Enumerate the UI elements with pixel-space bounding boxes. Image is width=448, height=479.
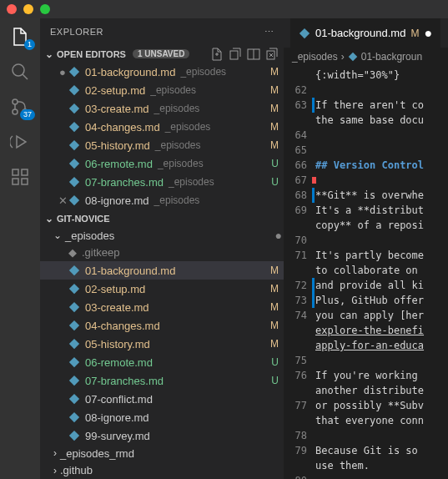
modified-dot-icon: ● bbox=[424, 26, 432, 41]
file-dir: _episodes bbox=[169, 176, 214, 188]
open-editor-item[interactable]: 02-setup.md _episodes M bbox=[40, 81, 284, 99]
file-name: 08-ignore.md bbox=[85, 411, 149, 424]
file-name: 05-history.md bbox=[85, 338, 150, 350]
file-item[interactable]: 02-setup.md M bbox=[40, 280, 284, 298]
traffic-close[interactable] bbox=[7, 4, 17, 14]
file-status: M bbox=[270, 265, 279, 276]
file-status: M bbox=[270, 66, 279, 78]
scm-badge: 37 bbox=[20, 109, 35, 120]
file-name: 06-remote.md bbox=[85, 356, 153, 369]
close-icon[interactable]: ✕ bbox=[57, 194, 68, 207]
sidebar: EXPLORER ⋯ ⌄ OPEN EDITORS 1 UNSAVED ● 01… bbox=[40, 18, 284, 479]
file-name: 05-history.md bbox=[85, 139, 150, 152]
file-item[interactable]: 01-background.md M bbox=[40, 261, 284, 280]
file-status: M bbox=[270, 283, 279, 295]
activity-bar: 1 37 bbox=[0, 18, 40, 479]
file-status: U bbox=[271, 176, 279, 188]
file-name: 01-background.md bbox=[85, 265, 175, 277]
file-dir: _episodes bbox=[165, 121, 211, 133]
file-name: 04-changes.md bbox=[85, 121, 160, 134]
file-name: 03-create.md bbox=[85, 103, 149, 115]
chevron-right-icon: › bbox=[53, 465, 57, 476]
explorer-more-icon[interactable]: ⋯ bbox=[264, 27, 274, 38]
unsaved-badge: 1 UNSAVED bbox=[133, 49, 190, 58]
open-editor-item[interactable]: ● 01-background.md _episodes M bbox=[40, 63, 284, 81]
project-header[interactable]: ⌄ GIT-NOVICE bbox=[40, 209, 284, 227]
file-status: U bbox=[271, 375, 279, 386]
chevron-down-icon: ⌄ bbox=[53, 229, 62, 241]
tab-01-background[interactable]: 01-background.md M ● bbox=[290, 18, 440, 48]
svg-rect-6 bbox=[13, 179, 18, 184]
new-file-icon[interactable] bbox=[210, 48, 224, 61]
svg-point-3 bbox=[13, 109, 18, 114]
open-editors-actions bbox=[210, 48, 279, 61]
file-item[interactable]: 08-ignore.md bbox=[40, 408, 284, 426]
file-dir: _episodes bbox=[155, 139, 201, 151]
code-editor[interactable]: 6263 646566676869 7071 727374 7576 77 78… bbox=[284, 66, 448, 479]
file-name: 06-remote.md bbox=[85, 158, 153, 170]
svg-rect-4 bbox=[13, 169, 18, 175]
title-bar bbox=[0, 0, 448, 18]
folder-episodes[interactable]: ⌄ _episodes ● bbox=[40, 227, 284, 244]
open-editor-item[interactable]: 04-changes.md _episodes M bbox=[40, 118, 284, 136]
explorer-icon[interactable]: 1 bbox=[10, 27, 30, 47]
svg-point-1 bbox=[13, 99, 18, 104]
open-editor-item[interactable]: 06-remote.md _episodes U bbox=[40, 154, 284, 173]
explorer-title: EXPLORER bbox=[50, 27, 103, 37]
extensions-icon[interactable] bbox=[10, 167, 30, 187]
chevron-down-icon: ⌄ bbox=[45, 48, 53, 60]
folder-episodes-rmd[interactable]: › _episodes_rmd bbox=[40, 445, 284, 461]
explorer-badge: 1 bbox=[24, 39, 35, 50]
folder-status-dot: ● bbox=[275, 229, 284, 242]
file-name: 99-survey.md bbox=[85, 430, 150, 442]
file-item[interactable]: 05-history.md M bbox=[40, 335, 284, 353]
file-item[interactable]: 99-survey.md bbox=[40, 426, 284, 445]
close-all-icon[interactable] bbox=[265, 48, 279, 61]
file-item[interactable]: 03-create.md M bbox=[40, 298, 284, 316]
breadcrumb[interactable]: _episodes › 01-backgroun bbox=[284, 48, 448, 66]
traffic-max[interactable] bbox=[40, 4, 50, 14]
folder-github[interactable]: › .github bbox=[40, 462, 284, 479]
open-editor-item[interactable]: 03-create.md _episodes M bbox=[40, 99, 284, 118]
file-dir: _episodes bbox=[150, 84, 196, 96]
file-gitkeep[interactable]: ◆ .gitkeep bbox=[40, 245, 284, 261]
file-item[interactable]: 04-changes.md M bbox=[40, 316, 284, 335]
file-name: 02-setup.md bbox=[85, 84, 145, 97]
open-editor-item[interactable]: ✕ 08-ignore.md _episodes bbox=[40, 191, 284, 209]
open-editors-header[interactable]: ⌄ OPEN EDITORS 1 UNSAVED bbox=[40, 46, 284, 63]
file-name: 01-background.md bbox=[85, 66, 175, 78]
debug-icon[interactable] bbox=[10, 132, 30, 152]
chevron-right-icon: › bbox=[53, 447, 57, 459]
modified-dot-icon: ● bbox=[57, 66, 68, 78]
editor-pane: 01-background.md M ● _episodes › 01-back… bbox=[284, 18, 448, 479]
file-status: U bbox=[271, 158, 279, 169]
save-all-icon[interactable] bbox=[229, 48, 242, 61]
search-icon[interactable] bbox=[10, 62, 30, 82]
file-item[interactable]: 07-branches.md U bbox=[40, 371, 284, 390]
file-status: M bbox=[270, 84, 279, 96]
svg-point-0 bbox=[13, 64, 24, 76]
open-editor-item[interactable]: 07-branches.md _episodes U bbox=[40, 173, 284, 191]
traffic-min[interactable] bbox=[23, 4, 33, 14]
tab-bar: 01-background.md M ● bbox=[284, 18, 448, 48]
file-status: M bbox=[270, 103, 279, 114]
file-name: 07-branches.md bbox=[85, 375, 164, 387]
file-item[interactable]: 06-remote.md U bbox=[40, 353, 284, 371]
chevron-right-icon: › bbox=[341, 51, 345, 63]
file-status: M bbox=[270, 121, 279, 133]
file-item[interactable]: 07-conflict.md bbox=[40, 390, 284, 408]
open-editor-item[interactable]: 05-history.md _episodes M bbox=[40, 136, 284, 154]
scm-icon[interactable]: 37 bbox=[10, 97, 30, 117]
svg-rect-8 bbox=[230, 51, 238, 59]
file-name: 07-conflict.md bbox=[85, 393, 153, 406]
svg-rect-5 bbox=[22, 169, 28, 175]
svg-rect-7 bbox=[22, 179, 28, 184]
file-dir: _episodes bbox=[180, 66, 226, 78]
file-status: M bbox=[270, 338, 279, 350]
file-name: 03-create.md bbox=[85, 301, 149, 314]
file-name: 08-ignore.md bbox=[85, 194, 149, 207]
layout-icon[interactable] bbox=[247, 48, 260, 61]
file-name: 04-changes.md bbox=[85, 320, 160, 332]
markdown-icon bbox=[299, 28, 310, 39]
chevron-down-icon: ⌄ bbox=[45, 213, 53, 224]
